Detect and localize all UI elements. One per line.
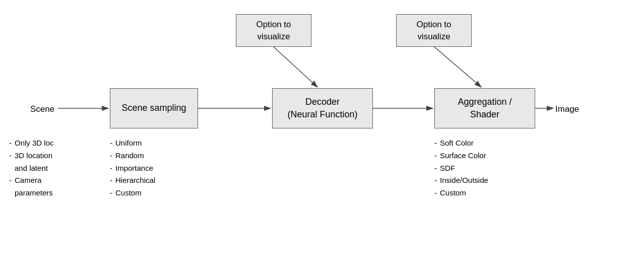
scene-list-item-2-text: 3D locationand latent xyxy=(15,150,52,175)
scene-list-item-3-text: Cameraparameters xyxy=(15,174,53,199)
image-label: Image xyxy=(555,104,579,114)
arrow-vis2-to-agg xyxy=(434,47,481,87)
sampling-list-item-3: - Importance xyxy=(110,162,155,175)
agg-sdf: SDF xyxy=(440,162,455,175)
sampling-random: Random xyxy=(115,150,144,162)
agg-custom: Custom xyxy=(440,187,466,199)
sampling-list-item-4: - Hierarchical xyxy=(110,174,155,187)
option-visualize-1-label: Option tovisualize xyxy=(256,19,291,43)
sampling-hierarchical: Hierarchical xyxy=(115,174,155,187)
agg-inside-outside: Inside/Outside xyxy=(440,174,488,187)
agg-list-item-5: - Custom xyxy=(434,187,488,199)
agg-list-item-2: - Surface Color xyxy=(434,150,488,162)
aggregation-list: - Soft Color - Surface Color - SDF - Ins… xyxy=(434,137,488,199)
sampling-uniform: Uniform xyxy=(115,137,142,150)
diagram-container: Scene sampling Decoder(Neural Function) … xyxy=(0,0,644,268)
agg-list-item-4: - Inside/Outside xyxy=(434,174,488,187)
agg-soft-color: Soft Color xyxy=(440,137,474,150)
sampling-list-item-1: - Uniform xyxy=(110,137,155,150)
decoder-box: Decoder(Neural Function) xyxy=(272,88,373,128)
scene-list-item-1: - Only 3D loc xyxy=(9,137,54,150)
scene-list-item-3: - Cameraparameters xyxy=(9,174,54,199)
agg-list-item-1: - Soft Color xyxy=(434,137,488,150)
agg-list-item-3: - SDF xyxy=(434,162,488,175)
sampling-list-item-5: - Custom xyxy=(110,187,155,199)
sampling-custom: Custom xyxy=(115,187,142,199)
scene-sampling-box: Scene sampling xyxy=(110,88,198,128)
sampling-list: - Uniform - Random - Importance - Hierar… xyxy=(110,137,155,199)
option-visualize-2-box: Option tovisualize xyxy=(396,14,472,47)
scene-sampling-label: Scene sampling xyxy=(121,102,186,114)
option-visualize-2-label: Option tovisualize xyxy=(417,19,452,43)
sampling-importance: Importance xyxy=(115,162,153,175)
agg-surface-color: Surface Color xyxy=(440,150,486,162)
arrow-vis1-to-decoder xyxy=(274,47,317,87)
scene-list-item-1-text: Only 3D loc xyxy=(15,137,54,150)
arrows-svg xyxy=(0,0,644,268)
sampling-list-item-2: - Random xyxy=(110,150,155,162)
aggregation-label: Aggregation /Shader xyxy=(458,96,511,121)
scene-list-item-2: - 3D locationand latent xyxy=(9,150,54,175)
aggregation-box: Aggregation /Shader xyxy=(434,88,535,128)
scene-label: Scene xyxy=(30,104,54,114)
decoder-label: Decoder(Neural Function) xyxy=(287,96,357,121)
option-visualize-1-box: Option tovisualize xyxy=(236,14,311,47)
scene-list: - Only 3D loc - 3D locationand latent - … xyxy=(9,137,54,199)
